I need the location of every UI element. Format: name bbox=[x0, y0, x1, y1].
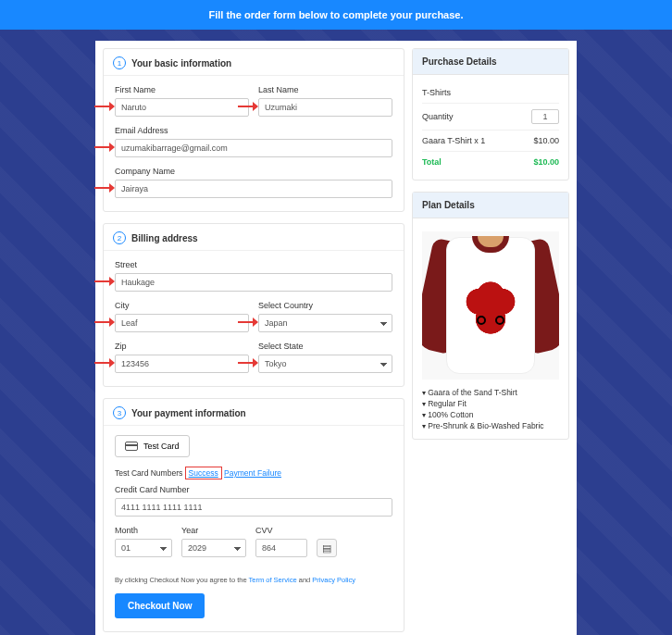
total-price: $10.00 bbox=[533, 157, 559, 167]
country-select[interactable]: Japan bbox=[258, 314, 392, 332]
total-label: Total bbox=[422, 157, 442, 167]
first-name-input[interactable] bbox=[115, 98, 249, 117]
cvv-input[interactable] bbox=[255, 539, 307, 557]
page: 1 Your basic information First Name Last… bbox=[95, 41, 577, 635]
country-label: Select Country bbox=[258, 301, 392, 310]
plan-bullet: Regular Fit bbox=[422, 398, 559, 409]
purchase-details-head: Purchase Details bbox=[413, 49, 568, 75]
last-name-input[interactable] bbox=[258, 98, 392, 117]
arrow-icon bbox=[94, 144, 115, 150]
plan-bullet: 100% Cotton bbox=[422, 409, 559, 420]
last-name-label: Last Name bbox=[258, 85, 392, 94]
street-input[interactable] bbox=[115, 273, 392, 292]
credit-card-icon bbox=[125, 442, 138, 451]
payment-failure-link[interactable]: Payment Failure bbox=[224, 468, 281, 478]
arrow-icon bbox=[94, 279, 115, 284]
card-brand-icon: ▤ bbox=[317, 539, 337, 557]
state-label: Select State bbox=[258, 342, 392, 351]
step-3-badge: 3 bbox=[113, 406, 126, 419]
billing-card: 2 Billing address Street City bbox=[103, 223, 404, 387]
line-item-price: $10.00 bbox=[533, 136, 559, 145]
product-image bbox=[422, 231, 559, 380]
arrow-icon bbox=[94, 185, 115, 191]
plan-details-card: Plan Details Gaara of the Sa bbox=[412, 192, 569, 440]
city-label: City bbox=[115, 301, 249, 310]
test-card-numbers-line: Test Card Numbers Success Payment Failur… bbox=[115, 468, 392, 478]
zip-input[interactable] bbox=[115, 355, 249, 373]
test-card-button[interactable]: Test Card bbox=[115, 435, 190, 457]
left-column: 1 Your basic information First Name Last… bbox=[103, 48, 404, 635]
right-column: Purchase Details T-Shirts Quantity Gaara… bbox=[412, 48, 569, 635]
agree-text: By clicking Checkout Now you agree to th… bbox=[115, 576, 392, 584]
company-label: Company Name bbox=[115, 167, 392, 176]
basic-info-card: 1 Your basic information First Name Last… bbox=[103, 48, 404, 212]
billing-title: Billing address bbox=[131, 233, 198, 243]
company-input[interactable] bbox=[115, 180, 392, 198]
tos-link[interactable]: Term of Service bbox=[249, 576, 297, 584]
plan-bullet: Gaara of the Sand T-Shirt bbox=[422, 387, 559, 398]
page-banner: Fill the order form below to complete yo… bbox=[0, 0, 672, 30]
month-label: Month bbox=[115, 526, 172, 535]
step-1-badge: 1 bbox=[113, 56, 126, 69]
street-label: Street bbox=[115, 260, 392, 269]
basic-info-title: Your basic information bbox=[131, 58, 231, 68]
line-item-label: Gaara T-Shirt x 1 bbox=[422, 136, 485, 145]
email-input[interactable] bbox=[115, 139, 392, 157]
privacy-link[interactable]: Privacy Policy bbox=[312, 576, 355, 584]
arrow-icon bbox=[94, 360, 115, 366]
plan-bullet: Pre-Shrunk & Bio-Washed Fabric bbox=[422, 420, 559, 431]
arrow-icon bbox=[94, 319, 115, 325]
payment-card: 3 Your payment information Test Card Tes… bbox=[103, 398, 404, 632]
plan-details-head: Plan Details bbox=[413, 193, 568, 218]
first-name-label: First Name bbox=[115, 85, 249, 94]
step-2-badge: 2 bbox=[113, 231, 126, 244]
month-select[interactable]: 01 bbox=[115, 539, 172, 557]
zip-label: Zip bbox=[115, 342, 249, 351]
cc-number-input[interactable] bbox=[115, 498, 392, 517]
email-label: Email Address bbox=[115, 126, 392, 135]
arrow-icon bbox=[94, 104, 115, 109]
checkout-button[interactable]: Checkout Now bbox=[115, 593, 205, 618]
city-input[interactable] bbox=[115, 314, 249, 332]
purchase-details-card: Purchase Details T-Shirts Quantity Gaara… bbox=[412, 48, 569, 181]
year-label: Year bbox=[181, 526, 246, 535]
quantity-input[interactable] bbox=[531, 109, 559, 124]
success-link[interactable]: Success bbox=[185, 467, 222, 479]
plan-bullets: Gaara of the Sand T-Shirt Regular Fit 10… bbox=[422, 387, 559, 431]
item-name: T-Shirts bbox=[422, 88, 451, 97]
test-card-label: Test Card bbox=[143, 442, 180, 451]
year-select[interactable]: 2029 bbox=[181, 539, 246, 557]
payment-title: Your payment information bbox=[131, 408, 246, 418]
quantity-label: Quantity bbox=[422, 112, 454, 121]
state-select[interactable]: Tokyo bbox=[258, 355, 392, 373]
cvv-label: CVV bbox=[255, 526, 307, 535]
cc-label: Credit Card Number bbox=[115, 485, 392, 494]
